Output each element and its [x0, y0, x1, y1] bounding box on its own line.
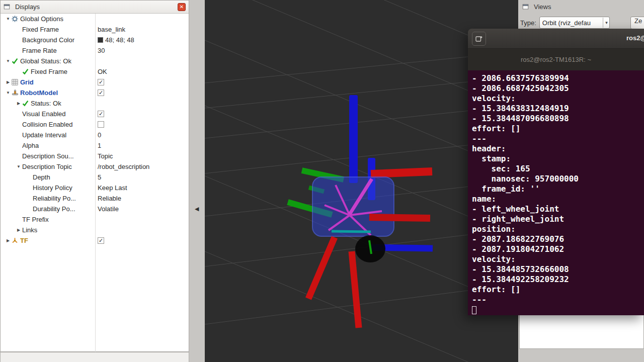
robot-model	[288, 95, 433, 328]
terminal-line: - 15.384638312484919	[472, 104, 644, 114]
row-label: RobotModel	[20, 89, 58, 97]
grid-icon	[12, 79, 20, 85]
terminal-line: - 15.384492258209232	[472, 275, 644, 285]
row-label: Reliability Po...	[33, 195, 76, 202]
row-value[interactable]: Reliable	[98, 195, 121, 202]
check-icon	[12, 58, 20, 64]
expander-down-icon[interactable]: ▼	[5, 59, 12, 63]
display-row-frame-rate[interactable]: Frame Rate30	[1, 45, 189, 56]
row-label: Global Options	[20, 15, 63, 23]
panel-title: Views	[534, 3, 551, 11]
display-row-fixed-frame[interactable]: Fixed Framebase_link	[1, 24, 189, 35]
row-value[interactable]: 0	[98, 131, 101, 139]
displays-panel-header[interactable]: Displays ✕	[1, 1, 189, 14]
row-label: Update Interval	[22, 131, 66, 139]
display-row-visual-enabled[interactable]: Visual Enabled✓	[1, 109, 189, 119]
display-row-global-status-ok[interactable]: ▼Global Status: Ok	[1, 56, 189, 66]
enabled-checkbox[interactable]	[98, 121, 104, 128]
terminal-line: header:	[472, 144, 644, 154]
tf-icon	[12, 237, 20, 244]
expander-right-icon[interactable]: ▶	[15, 228, 22, 232]
close-icon[interactable]: ✕	[178, 3, 186, 11]
row-value[interactable]: OK	[98, 68, 107, 75]
display-row-background-color[interactable]: Background Color48; 48; 48	[1, 35, 189, 45]
expander-down-icon[interactable]: ▼	[5, 90, 12, 95]
displays-panel: Displays ✕ ▼Global OptionsFixed Framebas…	[0, 0, 189, 352]
enabled-checkbox[interactable]: ✓	[98, 111, 104, 117]
terminal-line: sec: 165	[472, 164, 644, 174]
enabled-checkbox[interactable]: ✓	[98, 237, 104, 244]
display-row-durability-po[interactable]: Durability Po...Volatile	[1, 204, 189, 214]
panel-icon	[4, 4, 12, 10]
view-type-dropdown[interactable]: Orbit (rviz_defau ▾	[539, 17, 610, 29]
row-label: Global Status: Ok	[20, 57, 71, 65]
row-value[interactable]: /robot_description	[98, 163, 149, 170]
display-row-tf-prefix[interactable]: TF Prefix	[1, 214, 189, 225]
collapse-panel-icon[interactable]: ◀	[195, 206, 199, 212]
display-row-fixed-frame[interactable]: Fixed FrameOK	[1, 66, 189, 77]
enabled-checkbox[interactable]: ✓	[98, 79, 104, 85]
row-value[interactable]: Topic	[98, 152, 113, 160]
terminal-line: effort: []	[472, 124, 644, 134]
row-value[interactable]: base_link	[98, 26, 125, 33]
views-panel-header[interactable]: Views	[518, 0, 644, 11]
row-label: Background Color	[22, 36, 74, 44]
row-value[interactable]: 5	[98, 173, 101, 181]
robot-icon	[12, 89, 20, 96]
panel-splitter[interactable]: ◀	[189, 0, 205, 362]
expander-down-icon[interactable]: ▼	[15, 164, 22, 169]
row-value[interactable]: Keep Last	[98, 184, 127, 192]
display-row-alpha[interactable]: Alpha1	[1, 140, 189, 151]
row-value[interactable]: 1	[98, 142, 101, 149]
panel-title: Displays	[15, 3, 175, 11]
display-row-collision-enabled[interactable]: Collision Enabled	[1, 119, 189, 130]
row-label: Durability Po...	[33, 205, 75, 213]
terminal-window: ros2@ ros2@ros2-TM1613R: ~ - 2086.663757…	[468, 29, 644, 315]
expander-right-icon[interactable]: ▶	[5, 80, 12, 84]
new-tab-icon	[475, 35, 483, 43]
row-label: Alpha	[22, 142, 39, 149]
display-row-status-ok[interactable]: ▶Status: Ok	[1, 98, 189, 109]
enabled-checkbox[interactable]: ✓	[98, 89, 104, 96]
check-icon	[22, 100, 31, 107]
display-row-tf[interactable]: ▶TF✓	[1, 235, 189, 246]
new-tab-button[interactable]	[472, 32, 486, 46]
display-row-links[interactable]: ▶Links	[1, 225, 189, 235]
row-value[interactable]: 30	[98, 47, 105, 54]
expander-right-icon[interactable]: ▶	[5, 238, 12, 243]
display-row-depth[interactable]: Depth5	[1, 172, 189, 183]
display-row-global-options[interactable]: ▼Global Options	[1, 14, 189, 24]
display-row-reliability-po[interactable]: Reliability Po...Reliable	[1, 193, 189, 204]
terminal-output[interactable]: - 2086.6637576389994- 2086.6687425042305…	[468, 70, 644, 315]
terminal-titlebar[interactable]: ros2@	[468, 29, 644, 49]
row-value[interactable]: 48; 48; 48	[105, 36, 134, 44]
row-label: Collision Enabled	[22, 121, 72, 128]
terminal-line: velocity:	[472, 94, 644, 104]
expander-right-icon[interactable]: ▶	[15, 101, 22, 106]
rviz-window: Displays ✕ ▼Global OptionsFixed Framebas…	[0, 0, 644, 362]
zero-button[interactable]: Ze	[630, 17, 644, 29]
check-icon	[22, 68, 31, 75]
terminal-tabbar: ros2@ros2-TM1613R: ~	[468, 49, 644, 70]
display-row-update-interval[interactable]: Update Interval0	[1, 130, 189, 140]
display-row-grid[interactable]: ▶Grid✓	[1, 77, 189, 87]
terminal-line: - 2087.191804271062	[472, 244, 644, 254]
terminal-tab[interactable]: ros2@ros2-TM1613R: ~	[521, 56, 591, 63]
chevron-down-icon: ▾	[603, 18, 608, 28]
display-row-history-policy[interactable]: History PolicyKeep Last	[1, 183, 189, 193]
display-row-robotmodel[interactable]: ▼RobotModel✓	[1, 87, 189, 98]
color-swatch	[98, 37, 103, 43]
row-label: Depth	[33, 173, 50, 181]
terminal-line: - 2086.6687425042305	[472, 83, 644, 94]
row-value[interactable]: Volatile	[98, 205, 119, 213]
terminal-title: ros2@	[626, 34, 644, 42]
row-label: TF	[20, 237, 28, 244]
terminal-line: name:	[472, 194, 644, 204]
row-label: Links	[22, 226, 37, 234]
display-row-description-topic[interactable]: ▼Description Topic/robot_description	[1, 161, 189, 172]
terminal-line: ---	[472, 295, 644, 305]
display-row-description-sou[interactable]: Description Sou...Topic	[1, 151, 189, 161]
terminal-line: - 15.384487096680898	[472, 114, 644, 124]
row-label: TF Prefix	[22, 216, 49, 223]
expander-down-icon[interactable]: ▼	[5, 17, 12, 21]
